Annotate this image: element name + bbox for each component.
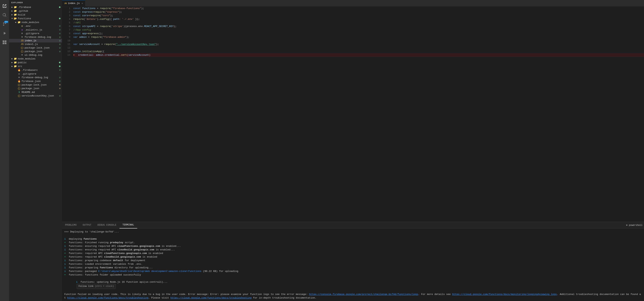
tree-item-src[interactable]: ▶ 📁 src [9, 64, 62, 68]
firebase-icon: 🔥 [18, 68, 21, 72]
tree-item-env[interactable]: ⚙ .env U [9, 24, 62, 28]
env-file-icon: ⚙ [20, 24, 24, 27]
arrow-icon: ▶ [14, 21, 18, 23]
terminal-line-env: i functions: Loaded environment variable… [64, 262, 642, 266]
extensions-icon[interactable] [0, 38, 9, 47]
editor-area: JS index.js ✕ 12345 678910 11121314 cons… [62, 0, 644, 301]
json-file-icon: {} [18, 87, 21, 90]
tree-item-gitignore-fn[interactable]: ≡ .gitignore U [9, 32, 62, 35]
arrow-icon: ▶ [10, 13, 14, 16]
tab-debug-console[interactable]: DEBUG CONSOLE [94, 222, 120, 229]
tree-item-firebase-debug-fn[interactable]: ≡ firebase-debug.log U [9, 35, 62, 39]
tab-index-js[interactable]: JS index.js ✕ [62, 0, 85, 6]
code-line-12 [73, 46, 644, 50]
code-line-9: var admin = require("firebase-admin"); [73, 35, 644, 39]
terminal-line-codebase: i functions: preparing codebase default … [64, 259, 642, 262]
code-line-3: const cors=require("cors"); [73, 14, 644, 17]
terminal-line-deploy: === Deploying to 'challenge-bcf4d'... [64, 230, 642, 234]
terminal-line-predeploy: + functions: Finished running predeploy … [64, 241, 642, 244]
tree-item-node-modules-fn[interactable]: ▶ 📁 node_modules [9, 20, 62, 24]
panel-tabs: PROBLEMS OUTPUT DEBUG CONSOLE TERMINAL ⊕… [62, 222, 644, 229]
activity-bar [0, 0, 9, 301]
code-editor: 12345 678910 11121314 const functions = … [62, 6, 644, 222]
tree-item-index-js[interactable]: JS index.js U [9, 39, 62, 42]
arrow-icon: ▼ [10, 17, 14, 20]
terminal-line-api3: + functions: required API cloudfunctions… [64, 252, 642, 255]
arrow-icon: ▶ [10, 61, 14, 64]
code-line-4: require('dotenv').config({ path: './.env… [73, 17, 644, 21]
tree-item-package-lock-fn[interactable]: {} package-lock.json U [9, 46, 62, 50]
folder-icon: 📁 [14, 9, 17, 12]
terminal-line-blank1 [64, 234, 642, 237]
file-icon: ◇ [18, 72, 21, 75]
status-dot [59, 6, 60, 8]
js-file-icon: JS [20, 43, 24, 46]
sidebar-title: EXPLORER [9, 0, 62, 5]
tree-item-firebase[interactable]: ▶ 📁 .firebase [9, 5, 62, 9]
folder-icon: 📁 [14, 57, 17, 60]
md-file-icon: ℹ [18, 91, 21, 94]
terminal-line-updating: i functions: updating Node.js 16 functio… [64, 277, 642, 293]
code-line-2: const express=require("express"); [73, 10, 644, 14]
tree-item-package-json-fn[interactable]: {} package.json U [9, 50, 62, 53]
terminal-content[interactable]: === Deploying to 'challenge-bcf4d'... i … [62, 229, 644, 301]
terminal-panel: PROBLEMS OUTPUT DEBUG CONSOLE TERMINAL ⊕… [62, 222, 644, 301]
svg-rect-1 [5, 40, 6, 42]
code-line-14: ● credential: admin.credential.cert(serv… [73, 53, 644, 57]
tab-terminal[interactable]: TERMINAL [120, 222, 137, 229]
folder-icon: 📁 [18, 21, 21, 24]
log-file-icon: ≡ [18, 76, 21, 79]
terminal-line-api1: i functions: ensuring required API cloud… [64, 244, 642, 248]
tab-problems[interactable]: PROBLEMS [62, 222, 80, 229]
arrow-icon: ▶ [10, 65, 14, 67]
code-line-11: var serviceAccount = require("../service… [73, 42, 644, 46]
terminal-line-packaged: i functions: packaged C:\Users\amyow\One… [64, 270, 642, 273]
tree-item-firebaserc[interactable]: 🔥 .firebaserc U [9, 68, 62, 72]
svg-rect-3 [5, 42, 6, 44]
panel-actions: ⊕ powershell [626, 224, 644, 227]
code-content: const functions = require("firebase-func… [72, 6, 644, 222]
run-debug-icon[interactable] [0, 29, 9, 38]
tree-item-functions[interactable]: ▼ 📂 functions [9, 17, 62, 20]
terminal-line-preparing: i functions: preparing functions directo… [64, 266, 642, 270]
powershell-label: ⊕ powershell [626, 224, 642, 227]
tree-item-gitignore-root[interactable]: ◇ .gitignore [9, 72, 62, 76]
explorer-icon[interactable] [0, 1, 9, 10]
tree-item-firebase-json[interactable]: 🔥 firebase.json U [9, 79, 62, 83]
tree-item-package-json-root[interactable]: {} package.json M [9, 87, 62, 90]
tree-item-github[interactable]: ▶ 📁 .github [9, 9, 62, 13]
tree-item-readme[interactable]: ℹ README.md [9, 90, 62, 94]
folder-icon: 📁 [14, 61, 17, 64]
folder-icon: 📁 [14, 6, 17, 9]
status-dot [59, 62, 60, 63]
tree-item-build[interactable]: ▶ 📁 build [9, 13, 62, 17]
tree-item-node-modules-root[interactable]: ▶ 📁 node_modules [9, 57, 62, 61]
tree-item-public[interactable]: ▶ 📁 public [9, 61, 62, 64]
tree-item-ui-debug[interactable]: ≡ ui-debug.log [9, 53, 62, 57]
close-icon[interactable]: ✕ [82, 2, 83, 4]
log-file-icon: ≡ [20, 36, 24, 38]
tree-item-firebase-debug-root[interactable]: ≡ firebase-debug.log U [9, 76, 62, 79]
code-line-7: //App config [73, 28, 644, 32]
search-icon[interactable] [0, 10, 9, 20]
terminal-line-uploaded: + functions: functions folder uploaded s… [64, 273, 642, 277]
svg-rect-0 [3, 40, 4, 42]
line-numbers: 12345 678910 11121314 [62, 6, 72, 222]
terminal-line-error: Function failed on loading user code. Th… [64, 293, 642, 300]
code-line-8: const app=express(); [73, 32, 644, 35]
tree-item-serviceaccount[interactable]: {} serviceAccountKey.json U [9, 94, 62, 98]
tree-item-package-lock-root[interactable]: {} package-lock.json M [9, 83, 62, 87]
tree-item-eslintrc[interactable]: ◈ .eslintrc.js U [9, 28, 62, 32]
eslint-icon: ◈ [20, 28, 24, 31]
tree-item-index1-js[interactable]: JS index1.js U [9, 42, 62, 46]
terminal-line-api2: i functions: ensuring required API cloud… [64, 248, 642, 252]
source-control-icon[interactable] [0, 20, 9, 29]
svg-rect-2 [3, 42, 4, 44]
json-file-icon: {} [20, 46, 24, 49]
tab-output[interactable]: OUTPUT [80, 222, 94, 229]
file-icon: ≡ [20, 32, 24, 35]
json-file-icon: {} [18, 94, 21, 97]
arrow-icon: ▶ [10, 58, 14, 60]
terminal-line-blank2 [64, 300, 642, 301]
js-file-icon: JS [20, 39, 24, 42]
